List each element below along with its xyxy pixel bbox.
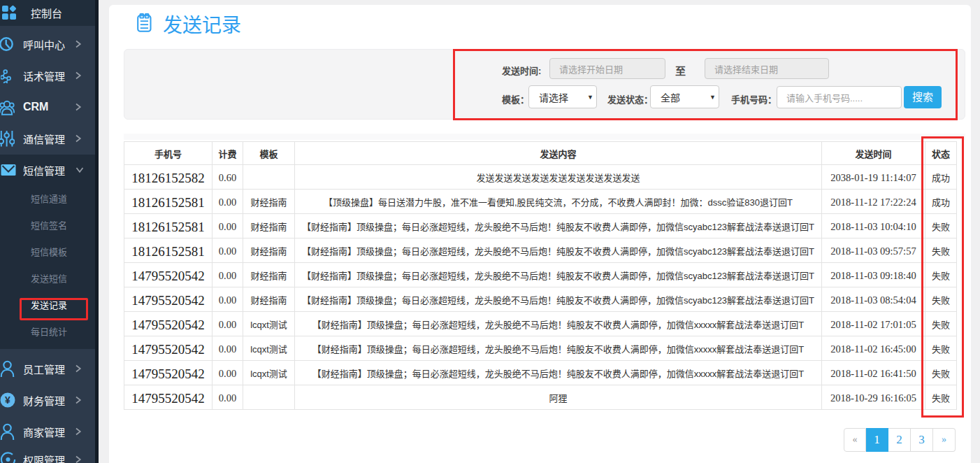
svg-text:¥: ¥ — [5, 394, 10, 406]
